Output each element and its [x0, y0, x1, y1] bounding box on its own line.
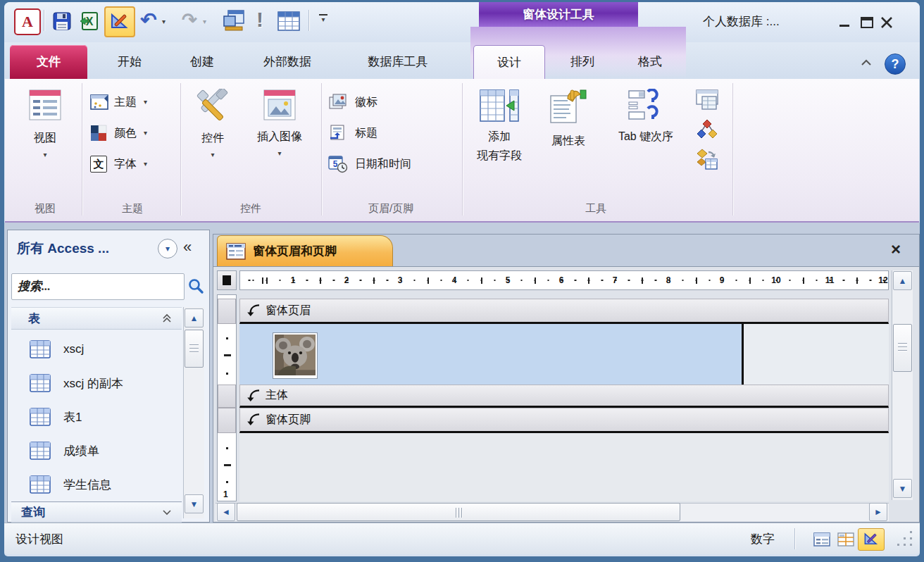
nav-scroll-down-button[interactable]: ▼ — [185, 494, 204, 513]
run-button[interactable]: ! — [254, 7, 266, 32]
tab-file[interactable]: 文件 — [10, 45, 87, 79]
ruler-origin-button[interactable] — [217, 270, 237, 290]
horizontal-ruler[interactable]: 1 2 3 4 5 6 7 8 9 10 11 12 — [239, 270, 889, 290]
undo-button[interactable]: ↶ — [138, 8, 159, 31]
v-scrollbar-track[interactable] — [892, 270, 913, 500]
form-header-section-bar[interactable]: 窗体页眉 — [239, 299, 889, 324]
status-design-view-button[interactable] — [858, 528, 885, 551]
nav-section-queries[interactable]: 查询 — [11, 503, 182, 523]
vertical-ruler-section-block[interactable] — [218, 299, 236, 324]
image-control[interactable] — [273, 332, 318, 379]
convert-macros-button[interactable] — [694, 146, 720, 172]
minimize-button[interactable] — [839, 18, 854, 28]
nav-section-tables[interactable]: 表 — [11, 307, 182, 330]
datetime-button[interactable]: 5 日期和时间 — [328, 149, 455, 179]
collapse-ribbon-button[interactable] — [858, 56, 875, 69]
qat-separator — [44, 10, 44, 31]
colors-caret-icon: ▾ — [144, 130, 147, 137]
tab-design-active[interactable]: 设计 — [473, 45, 545, 79]
logo-button[interactable]: 徽标 — [328, 87, 455, 117]
undo-dropdown-caret[interactable]: ▾ — [162, 18, 166, 25]
table-item-student-info[interactable]: 学生信息 — [11, 468, 182, 501]
nav-menu-dropdown-button[interactable]: ▾ — [158, 239, 177, 258]
switch-windows-icon — [223, 10, 245, 31]
search-button[interactable] — [187, 277, 206, 296]
close-button[interactable] — [880, 17, 893, 28]
insert-image-button[interactable]: 插入图像 ▾ — [242, 85, 317, 199]
vertical-ruler-section-block[interactable] — [218, 408, 236, 433]
status-layout-view-button[interactable] — [834, 528, 858, 551]
h-scrollbar-thumb[interactable] — [237, 503, 680, 521]
table-item-table1[interactable]: 表1 — [11, 400, 182, 434]
redo-dropdown-caret[interactable]: ▾ — [203, 18, 206, 25]
form-footer-section-bar[interactable]: 窗体页脚 — [239, 408, 889, 433]
h-scroll-right-button[interactable]: ► — [869, 503, 887, 521]
table-item-scoresheet[interactable]: 成绩单 — [11, 434, 182, 468]
tab-order-label: Tab 键次序 — [601, 130, 690, 144]
table-item-icon — [30, 408, 51, 426]
add-existing-fields-button[interactable]: 添加 现有字段 — [465, 85, 534, 199]
thumb-grip — [458, 508, 459, 518]
resize-grip[interactable] — [893, 530, 914, 548]
excel-export-button[interactable]: X — [77, 10, 100, 32]
redo-button[interactable]: ↷ — [179, 8, 200, 31]
help-button[interactable]: ? — [885, 54, 906, 75]
view-caret-icon: ▾ — [17, 151, 73, 158]
title-label: 标题 — [355, 126, 377, 141]
table-item-label: 成绩单 — [63, 443, 99, 459]
restore-button[interactable] — [861, 17, 873, 28]
property-sheet-button[interactable]: 属性表 — [535, 85, 601, 199]
status-form-view-button[interactable] — [810, 528, 834, 551]
table-item-xscj-copy[interactable]: xscj 的副本 — [11, 366, 182, 400]
detail-section-bar[interactable]: 主体 — [239, 385, 889, 408]
qat-design-view-button[interactable] — [104, 6, 135, 37]
themes-icon — [90, 94, 108, 111]
tab-home[interactable]: 开始 — [103, 45, 156, 79]
vertical-ruler-section-block[interactable] — [218, 385, 236, 408]
add-fields-label-line2: 现有字段 — [465, 149, 534, 163]
title-icon — [328, 124, 346, 142]
tab-database-tools[interactable]: 数据库工具 — [346, 45, 449, 79]
tab-arrange[interactable]: 排列 — [554, 45, 611, 79]
switch-windows-button[interactable] — [221, 8, 246, 32]
subform-new-window-button[interactable] — [694, 87, 720, 113]
group-label-tools: 工具 — [465, 201, 727, 216]
table-item-label: xscj — [63, 342, 84, 356]
v-scroll-down-button[interactable]: ▼ — [893, 479, 912, 498]
document-tab-active[interactable]: 窗体页眉和页脚 — [217, 235, 393, 266]
close-document-button[interactable]: × — [886, 239, 906, 259]
view-button[interactable]: 视图 ▾ — [17, 85, 73, 199]
access-logo-icon[interactable]: A — [14, 8, 41, 35]
tab-format[interactable]: 格式 — [621, 45, 679, 79]
themes-button[interactable]: 主题 ▾ — [90, 87, 172, 117]
ruler-origin-square — [223, 275, 231, 285]
fonts-button[interactable]: 文 字体 ▾ — [90, 149, 172, 179]
excel-icon: X — [80, 12, 98, 30]
tab-create[interactable]: 创建 — [175, 45, 230, 79]
controls-button[interactable]: 控件 ▾ — [185, 85, 241, 199]
chevron-expand-icon — [162, 509, 172, 516]
qat-more-icon: ▾ — [317, 16, 330, 23]
undo-icon: ↶ — [140, 8, 156, 32]
datetime-label: 日期和时间 — [355, 157, 411, 172]
h-scroll-left-button[interactable]: ◄ — [217, 503, 235, 521]
tab-external-data[interactable]: 外部数据 — [248, 45, 327, 79]
table-item-xscj[interactable]: xscj — [11, 332, 182, 366]
colors-button[interactable]: 颜色 ▾ — [90, 118, 172, 148]
view-code-button[interactable] — [694, 117, 720, 142]
shutter-bar-close-button[interactable]: « — [183, 238, 192, 256]
ruler-tick — [226, 373, 228, 375]
v-scroll-up-button[interactable]: ▲ — [893, 271, 912, 290]
v-scrollbar-thumb[interactable] — [893, 324, 912, 372]
title-button[interactable]: 标题 — [328, 118, 455, 148]
nav-scroll-up-button[interactable]: ▲ — [185, 308, 204, 327]
tab-order-button[interactable]: Tab 键次序 — [601, 85, 690, 199]
nav-scrollbar-thumb[interactable] — [185, 330, 204, 368]
save-button[interactable] — [51, 10, 73, 32]
fonts-label: 字体 — [114, 157, 137, 172]
form-footer-area[interactable] — [239, 433, 889, 501]
search-input[interactable] — [11, 273, 185, 300]
ruler-minor-ticks — [240, 280, 888, 281]
qat-customize-button[interactable]: ▾ — [317, 14, 330, 23]
table-button[interactable] — [276, 10, 301, 32]
